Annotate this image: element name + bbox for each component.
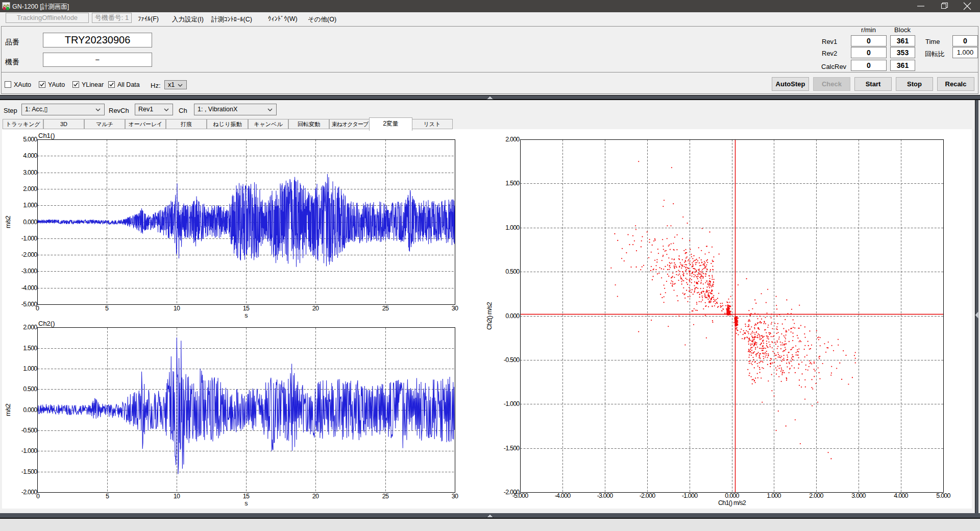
svg-text:-3.000: -3.000 bbox=[21, 268, 37, 275]
svg-text:0: 0 bbox=[36, 305, 39, 312]
svg-text:2.000: 2.000 bbox=[505, 136, 520, 143]
svg-text:-5.000: -5.000 bbox=[512, 492, 528, 499]
svg-text:20: 20 bbox=[312, 493, 319, 500]
svg-text:-4.000: -4.000 bbox=[555, 492, 571, 499]
svg-text:2.000: 2.000 bbox=[23, 185, 37, 192]
svg-text:-2.000: -2.000 bbox=[640, 492, 655, 499]
svg-text:Ch2(): Ch2() bbox=[38, 320, 55, 327]
svg-text:1.500: 1.500 bbox=[505, 180, 520, 187]
svg-text:5: 5 bbox=[105, 305, 109, 312]
svg-text:s: s bbox=[244, 312, 248, 319]
svg-text:2.000: 2.000 bbox=[809, 492, 823, 499]
svg-text:1.500: 1.500 bbox=[23, 345, 37, 352]
svg-text:-4.000: -4.000 bbox=[21, 284, 37, 292]
svg-text:-1.000: -1.000 bbox=[504, 400, 520, 407]
svg-text:1.000: 1.000 bbox=[23, 202, 37, 209]
svg-text:m/s2: m/s2 bbox=[5, 403, 12, 416]
svg-text:0.500: 0.500 bbox=[505, 268, 520, 275]
svg-text:1.000: 1.000 bbox=[505, 224, 520, 231]
svg-text:-1.000: -1.000 bbox=[21, 447, 37, 454]
svg-text:-2.000: -2.000 bbox=[21, 489, 37, 496]
svg-text:30: 30 bbox=[452, 493, 458, 500]
svg-text:15: 15 bbox=[243, 305, 250, 312]
svg-text:20: 20 bbox=[312, 305, 319, 312]
svg-text:3.000: 3.000 bbox=[851, 492, 866, 499]
svg-text:0.500: 0.500 bbox=[23, 385, 37, 393]
svg-text:15: 15 bbox=[243, 493, 250, 500]
svg-text:-1.000: -1.000 bbox=[21, 235, 37, 242]
svg-text:-2.000: -2.000 bbox=[21, 251, 37, 258]
svg-text:0.000: 0.000 bbox=[23, 406, 37, 414]
svg-text:m/s2: m/s2 bbox=[5, 215, 12, 228]
svg-text:4.000: 4.000 bbox=[894, 492, 908, 499]
svg-text:25: 25 bbox=[382, 493, 389, 500]
svg-text:0: 0 bbox=[36, 493, 40, 500]
svg-text:s: s bbox=[244, 500, 248, 507]
svg-text:10: 10 bbox=[174, 493, 180, 500]
svg-text:10: 10 bbox=[174, 305, 180, 312]
svg-text:0.000: 0.000 bbox=[505, 312, 520, 320]
svg-text:Ch1() m/s2: Ch1() m/s2 bbox=[718, 499, 746, 506]
svg-text:1.000: 1.000 bbox=[23, 365, 37, 372]
svg-text:-0.500: -0.500 bbox=[21, 427, 37, 434]
svg-text:Ch2() m/s2: Ch2() m/s2 bbox=[486, 302, 493, 330]
svg-text:30: 30 bbox=[452, 305, 458, 312]
svg-text:-1.500: -1.500 bbox=[504, 445, 520, 452]
svg-text:5.000: 5.000 bbox=[23, 136, 37, 143]
svg-text:Ch1(): Ch1() bbox=[38, 132, 55, 139]
svg-text:-0.500: -0.500 bbox=[504, 356, 520, 364]
svg-text:-1.500: -1.500 bbox=[21, 468, 37, 475]
svg-text:4.000: 4.000 bbox=[23, 152, 37, 159]
svg-text:5.000: 5.000 bbox=[936, 492, 950, 499]
svg-text:5: 5 bbox=[106, 493, 109, 500]
svg-text:-5.000: -5.000 bbox=[21, 301, 37, 308]
svg-text:-1.000: -1.000 bbox=[682, 492, 698, 499]
svg-text:3.000: 3.000 bbox=[23, 169, 37, 176]
svg-text:1.000: 1.000 bbox=[767, 492, 781, 499]
svg-text:-3.000: -3.000 bbox=[597, 492, 613, 499]
svg-text:0.000: 0.000 bbox=[725, 492, 739, 499]
svg-text:25: 25 bbox=[382, 305, 389, 312]
svg-text:2.000: 2.000 bbox=[23, 324, 37, 331]
svg-text:0.000: 0.000 bbox=[23, 219, 37, 226]
